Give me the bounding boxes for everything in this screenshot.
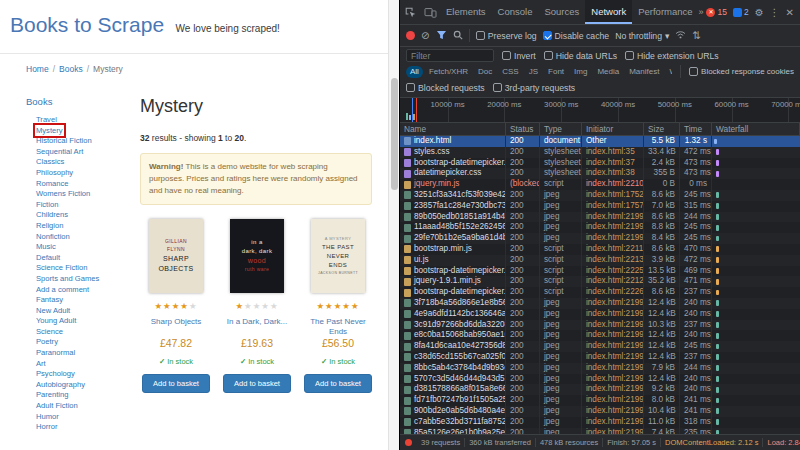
network-row[interactable]: ui.js200scriptindex.html:22133.9 kB472 m…	[400, 255, 800, 266]
category-link-classics[interactable]: Classics	[36, 157, 64, 166]
network-row[interactable]: 8fa41d6caa10e427356d8a59...200jpegindex.…	[400, 341, 800, 352]
inspect-element-icon[interactable]	[400, 7, 420, 18]
blocked-requests-checkbox[interactable]	[406, 83, 415, 92]
filter-input[interactable]	[406, 49, 494, 62]
network-row[interactable]: 23857fa1c284e730dbc737a7...200jpegindex.…	[400, 201, 800, 212]
add-to-basket-button[interactable]: Add to basket	[142, 374, 210, 393]
kebab-menu-icon[interactable]: ⋮	[770, 7, 780, 18]
network-row[interactable]: 3251cf3a341cf53f039e42ca...200jpegindex.…	[400, 190, 800, 201]
clear-network-log-icon[interactable]: ⊘	[421, 30, 430, 41]
filter-chip-css[interactable]: CSS	[498, 66, 522, 78]
filter-chip-media[interactable]: Media	[593, 66, 623, 78]
network-row[interactable]: bootstrap-datetimepicker.all.js200script…	[400, 287, 800, 298]
category-link-fantasy[interactable]: Fantasy	[36, 295, 63, 304]
category-link-travel[interactable]: Travel	[36, 115, 57, 124]
hide-extension-urls-toggle[interactable]: Hide extension URLs	[625, 51, 719, 61]
category-link-new-adult[interactable]: New Adult	[36, 306, 70, 315]
site-logo-link[interactable]: Books to Scrape	[10, 13, 164, 36]
scrollbar-thumb[interactable]	[391, 78, 398, 190]
filter-chip-js[interactable]: JS	[525, 66, 542, 78]
breadcrumb-item-books[interactable]: Books	[59, 64, 83, 74]
blocked-cookies-toggle[interactable]: Blocked response cookies	[689, 67, 794, 76]
network-row[interactable]: jquery-1.9.1.min.js200scriptindex.html:2…	[400, 276, 800, 287]
category-link-sequential-art[interactable]: Sequential Art	[36, 147, 83, 156]
network-row[interactable]: 5707c3d5d46d44d943d5173f...200jpegindex.…	[400, 374, 800, 385]
filter-chip-all[interactable]: All	[406, 66, 423, 78]
column-header-type[interactable]: Type	[540, 123, 582, 135]
category-link-psychology[interactable]: Psychology	[36, 369, 75, 378]
console-errors-badge[interactable]: ✕15	[706, 7, 726, 17]
network-row[interactable]: 8bbc5ab4c3784b4d9b93eb0f...200jpegindex.…	[400, 363, 800, 374]
category-link-philosophy[interactable]: Philosophy	[36, 168, 73, 177]
category-link-religion[interactable]: Religion	[36, 221, 63, 230]
book-cover-image[interactable]: A MYSTERYTHE PASTNEVERENDSJACKSON BURNET…	[311, 219, 365, 293]
network-row[interactable]: bootstrap-datetimepicker.js200scriptinde…	[400, 266, 800, 277]
preserve-log-checkbox[interactable]	[476, 31, 485, 40]
network-row[interactable]: c7abb5e32bd3711fa87521ec...200jpegindex.…	[400, 417, 800, 428]
category-link-horror[interactable]: Horror	[36, 422, 58, 431]
invert-checkbox[interactable]	[502, 51, 511, 60]
category-link-paranormal[interactable]: Paranormal	[36, 348, 75, 357]
category-link-humor[interactable]: Humor	[36, 412, 59, 421]
column-header-status[interactable]: Status	[506, 123, 540, 135]
tab-performance[interactable]: Performance	[632, 0, 695, 24]
page-scrollbar[interactable]	[388, 0, 399, 450]
category-link-mystery[interactable]: Mystery	[36, 126, 63, 135]
column-header-time[interactable]: Time	[680, 123, 712, 135]
import-export-har-icon[interactable]: ⇅	[692, 30, 701, 41]
throttling-dropdown[interactable]: No throttling▾	[615, 31, 669, 41]
hide-data-urls-toggle[interactable]: Hide data URLs	[544, 51, 617, 61]
book-cover-image[interactable]: in adark, darkwoodruth ware	[230, 219, 284, 293]
record-network-log-icon[interactable]	[406, 31, 415, 40]
network-row[interactable]: 3f718b4a56d866e1e8b56373...200jpegindex.…	[400, 298, 800, 309]
category-link-parenting[interactable]: Parenting	[36, 390, 69, 399]
category-link-romance[interactable]: Romance	[36, 179, 69, 188]
blocked-requests-toggle[interactable]: Blocked requests	[406, 83, 485, 93]
filter-chip-fetch-xhr[interactable]: Fetch/XHR	[425, 66, 472, 78]
issues-badge[interactable]: 2	[733, 7, 749, 17]
book-cover-image[interactable]: GILLIANFLYNNSHARPOBJECTS	[149, 219, 203, 293]
category-link-childrens[interactable]: Childrens	[36, 210, 68, 219]
tab-console[interactable]: Console	[492, 0, 539, 24]
network-conditions-wifi-icon[interactable]	[675, 30, 686, 41]
column-header-initiator[interactable]: Initiator	[582, 123, 644, 135]
more-tabs-icon[interactable]: »	[695, 7, 706, 17]
third-party-checkbox[interactable]	[493, 83, 502, 92]
network-row[interactable]: c38d65cd155b67ca025f0655...200jpegindex.…	[400, 352, 800, 363]
network-row[interactable]: 4e9a6dfd1142bc136646abee...200jpegindex.…	[400, 309, 800, 320]
category-link-historical-fiction[interactable]: Historical Fiction	[36, 136, 92, 145]
disable-cache-toggle[interactable]: Disable cache	[543, 31, 610, 41]
tab-elements[interactable]: Elements	[440, 0, 492, 24]
settings-gear-icon[interactable]: ⚙	[755, 7, 764, 18]
filter-funnel-icon[interactable]	[436, 30, 447, 42]
category-link-science[interactable]: Science	[36, 327, 63, 336]
column-header-waterfall[interactable]: Waterfall	[712, 123, 800, 135]
device-toolbar-icon[interactable]	[420, 7, 440, 18]
network-row[interactable]: 89b050edb01851a914b4ba11...200jpegindex.…	[400, 212, 800, 223]
filter-chip-img[interactable]: Img	[570, 66, 591, 78]
network-row[interactable]: jquery.min.js(blocked:...scriptindex.htm…	[400, 179, 800, 190]
tab-sources[interactable]: Sources	[538, 0, 585, 24]
category-link-music[interactable]: Music	[36, 242, 56, 251]
hide-extension-urls-checkbox[interactable]	[625, 51, 634, 60]
disable-cache-checkbox[interactable]	[543, 31, 552, 40]
third-party-toggle[interactable]: 3rd-party requests	[493, 83, 576, 93]
category-link-autobiography[interactable]: Autobiography	[36, 380, 85, 389]
filter-chip-doc[interactable]: Doc	[474, 66, 496, 78]
tab-network[interactable]: Network	[585, 0, 632, 24]
category-link-add-a-comment[interactable]: Add a comment	[36, 285, 89, 294]
category-link-nonfiction[interactable]: Nonfiction	[36, 232, 70, 241]
column-header-name[interactable]: Name	[400, 123, 506, 135]
network-row[interactable]: 29fe70b1b2e5a9ba61d4bd33...200jpegindex.…	[400, 233, 800, 244]
network-row[interactable]: styles.css200stylesheetindex.html:3533.4…	[400, 147, 800, 158]
book-title-link[interactable]: Sharp Objects	[151, 317, 202, 337]
network-row[interactable]: bootstrap.min.js200scriptindex.html:2211…	[400, 244, 800, 255]
category-link-adult-fiction[interactable]: Adult Fiction	[36, 401, 78, 410]
hide-data-urls-checkbox[interactable]	[544, 51, 553, 60]
search-icon[interactable]	[453, 30, 463, 42]
network-row[interactable]: 11aaad48b5f152e262456ca6...200jpegindex.…	[400, 222, 800, 233]
breadcrumb-item-home[interactable]: Home	[26, 64, 49, 74]
network-row[interactable]: 3c91d97266bd6dda3220890...200jpegindex.h…	[400, 320, 800, 331]
network-row[interactable]: bootstrap-datetimepicker.css200styleshee…	[400, 158, 800, 169]
network-row[interactable]: fd71fb07247b91f1505a251c...200jpegindex.…	[400, 395, 800, 406]
